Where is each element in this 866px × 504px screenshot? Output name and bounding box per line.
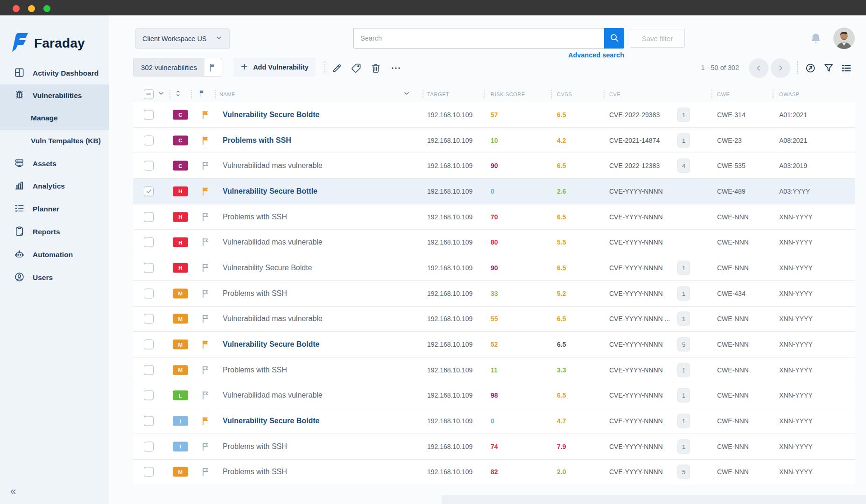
flag-orange-icon[interactable] (201, 186, 211, 196)
table-row[interactable]: I Problems with SSH 192.168.10.109 74 7.… (133, 434, 855, 459)
close-window-button[interactable] (13, 5, 20, 12)
edit-pencil-icon[interactable] (331, 63, 343, 74)
row-checkbox[interactable] (144, 365, 154, 375)
table-row[interactable]: M Problems with SSH 192.168.10.109 11 3.… (133, 357, 855, 383)
sidebar-item-assets[interactable]: Assets (0, 153, 109, 175)
row-checkbox[interactable] (144, 467, 154, 477)
search-input[interactable] (353, 28, 604, 49)
table-row[interactable]: H Vulnerability Secure Boldte 192.168.10… (133, 255, 855, 280)
sort-severity-icon[interactable] (174, 89, 182, 99)
vulnerability-name[interactable]: Vulnerabilidad mas vulnerable (223, 161, 323, 170)
sidebar-item-vulnerabilities[interactable]: Vulnerabilities (0, 84, 109, 107)
row-checkbox[interactable] (144, 314, 154, 324)
workspace-selector[interactable]: Client Workspace US (135, 28, 230, 49)
flag-outline-icon[interactable] (201, 314, 211, 324)
vulnerability-name[interactable]: Vulnerability Secure Boldte (223, 264, 312, 272)
flag-orange-icon[interactable] (201, 340, 211, 350)
save-filter-button[interactable]: Save filter (630, 29, 685, 48)
row-checkbox[interactable] (144, 340, 154, 350)
sidebar-item-automation[interactable]: Automation (0, 244, 109, 266)
table-row[interactable]: C Vulnerabilidad mas vulnerable 192.168.… (133, 153, 855, 178)
vulnerability-name[interactable]: Problems with SSH (223, 136, 291, 145)
vulnerability-count-chip[interactable]: 302 vulnerabilities (133, 58, 222, 77)
flag-outline-icon[interactable] (201, 365, 211, 375)
select-menu-chevron-icon[interactable] (157, 90, 165, 99)
vulnerability-name[interactable]: Vulnerability Secure Boldte (223, 340, 319, 349)
flag-filter-icon[interactable] (204, 58, 222, 76)
vulnerability-name[interactable]: Problems with SSH (223, 366, 287, 374)
trash-icon[interactable] (370, 63, 381, 74)
flag-outline-icon[interactable] (201, 467, 211, 477)
flag-orange-icon[interactable] (201, 135, 211, 145)
flag-outline-icon[interactable] (201, 263, 211, 273)
row-checkbox[interactable] (144, 161, 154, 171)
row-checkbox[interactable] (144, 416, 154, 426)
flag-outline-icon[interactable] (201, 212, 211, 222)
vulnerability-name[interactable]: Vulnerabilidad mas vulnerable (223, 315, 323, 323)
table-row[interactable]: C Vulnerability Secure Boldte 192.168.10… (133, 102, 855, 127)
vulnerability-name[interactable]: Vulnerabilidad mas vulnerable (223, 391, 323, 399)
row-checkbox[interactable] (144, 263, 154, 273)
vulnerability-name[interactable]: Problems with SSH (223, 289, 287, 298)
table-row[interactable]: H Vulnerabilidad mas vulnerable 192.168.… (133, 229, 855, 255)
row-checkbox[interactable] (144, 288, 154, 298)
table-row[interactable]: H Vulnerability Secure Bottle 192.168.10… (133, 178, 855, 204)
table-row[interactable]: M Vulnerabilidad mas vulnerable 192.168.… (133, 306, 855, 332)
advanced-search-link[interactable]: Advanced search (353, 51, 624, 59)
row-checkbox[interactable] (144, 238, 154, 247)
row-checkbox[interactable] (144, 212, 154, 222)
flag-outline-icon[interactable] (201, 441, 211, 451)
bell-icon[interactable] (810, 32, 822, 47)
filter-funnel-icon[interactable] (823, 63, 834, 74)
flag-outline-icon[interactable] (201, 238, 211, 247)
history-icon[interactable] (805, 63, 816, 74)
column-settings-icon[interactable] (841, 63, 852, 74)
flag-column-icon[interactable] (198, 89, 206, 99)
vulnerability-name[interactable]: Vulnerability Secure Boldte (223, 417, 319, 425)
user-avatar[interactable] (833, 28, 855, 49)
vulnerability-name[interactable]: Problems with SSH (223, 442, 287, 451)
sidebar-item-planner[interactable]: Planner (0, 198, 109, 220)
row-checkbox[interactable] (144, 186, 154, 196)
table-row[interactable]: M Vulnerability Secure Boldte 192.168.10… (133, 331, 855, 357)
sidebar-item-users[interactable]: Users (0, 266, 109, 289)
search-button[interactable] (604, 28, 624, 49)
more-ellipsis-icon[interactable] (390, 63, 401, 74)
flag-orange-icon[interactable] (201, 110, 211, 119)
vulnerability-name[interactable]: Vulnerability Secure Bottle (223, 187, 317, 196)
flag-outline-icon[interactable] (201, 288, 211, 298)
column-header-cve[interactable]: CVE (609, 91, 620, 97)
name-column-chevron-icon[interactable] (403, 90, 410, 99)
select-all-checkbox[interactable] (144, 89, 154, 99)
table-row[interactable]: M Problems with SSH 192.168.10.109 33 5.… (133, 280, 855, 306)
row-checkbox[interactable] (144, 391, 154, 400)
column-header-risk-score[interactable]: RISK SCORE (491, 91, 525, 97)
sidebar-item-vuln-templates[interactable]: Vuln Tempaltes (KB) (0, 130, 109, 152)
vulnerability-name[interactable]: Vulnerabilidad mas vulnerable (223, 238, 323, 246)
table-row[interactable]: M Problems with SSH 192.168.10.109 82 2.… (133, 459, 855, 485)
table-row[interactable]: L Vulnerabilidad mas vulnerable 192.168.… (133, 383, 855, 408)
table-row[interactable]: H Problems with SSH 192.168.10.109 70 6.… (133, 204, 855, 230)
sidebar-item-analytics[interactable]: Analytics (0, 175, 109, 197)
next-page-button[interactable] (771, 58, 790, 78)
row-checkbox[interactable] (144, 441, 154, 451)
sidebar-item-reports[interactable]: Reports (0, 221, 109, 243)
flag-orange-icon[interactable] (201, 416, 211, 426)
flag-outline-icon[interactable] (201, 161, 211, 171)
row-checkbox[interactable] (144, 110, 154, 119)
column-header-name[interactable]: NAME (219, 91, 235, 97)
column-header-target[interactable]: TARGET (427, 91, 449, 97)
column-header-cwe[interactable]: CWE (717, 91, 730, 97)
column-header-owasp[interactable]: OWASP (779, 91, 800, 97)
vulnerability-name[interactable]: Vulnerability Secure Boldte (223, 111, 319, 119)
row-checkbox[interactable] (144, 135, 154, 145)
sidebar-item-activity-dashboard[interactable]: Activity Dashboard (0, 62, 109, 84)
maximize-window-button[interactable] (43, 5, 50, 12)
vulnerability-name[interactable]: Problems with SSH (223, 468, 287, 476)
table-row[interactable]: I Vulnerability Secure Boldte 192.168.10… (133, 408, 855, 434)
add-vulnerability-button[interactable]: Add Vulnerability (233, 58, 316, 77)
minimize-window-button[interactable] (28, 5, 35, 12)
column-header-cvss[interactable]: CVSS (557, 91, 572, 97)
previous-page-button[interactable] (749, 58, 768, 78)
flag-outline-icon[interactable] (201, 391, 211, 400)
